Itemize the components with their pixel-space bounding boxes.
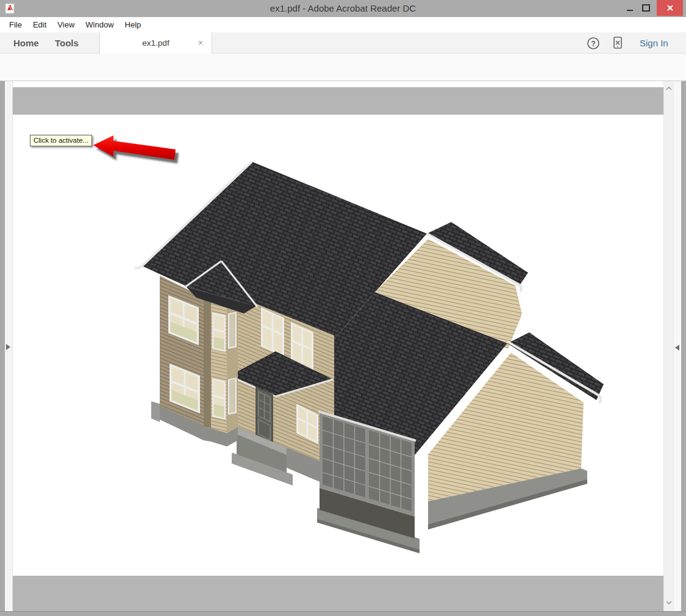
scroll-up-icon[interactable]	[665, 86, 673, 91]
vertical-scrollbar[interactable]	[663, 81, 673, 611]
tools-pane-toggle-icon[interactable]	[675, 345, 679, 351]
bay-window	[212, 312, 226, 352]
activate-tooltip-text: Click to activate...	[34, 137, 88, 144]
red-arrow	[93, 135, 179, 163]
window-frame-bottom	[0, 611, 686, 616]
house-3d-poster[interactable]	[0, 0, 686, 616]
window-frame-right	[681, 81, 686, 616]
scroll-down-icon[interactable]	[665, 600, 673, 605]
bay-window	[212, 378, 226, 420]
activate-tooltip[interactable]: Click to activate...	[30, 135, 92, 146]
window-frame-left	[0, 81, 5, 616]
house-rendering	[135, 162, 604, 553]
acrobat-window: ex1.pdf - Adobe Acrobat Reader DC File E…	[0, 0, 686, 616]
navigation-pane-toggle-icon[interactable]	[6, 344, 10, 350]
